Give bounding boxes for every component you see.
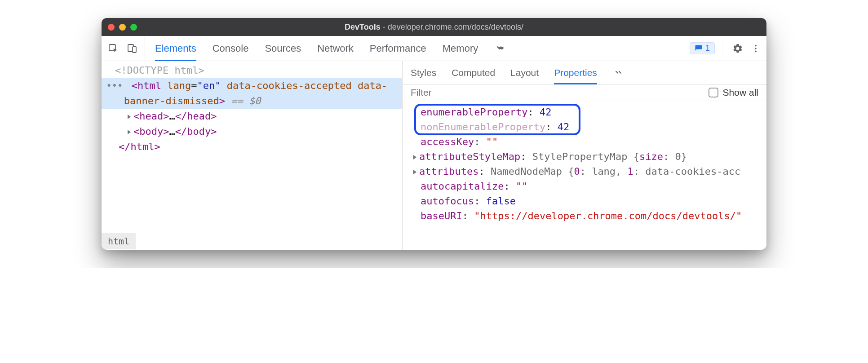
- ellipsis-icon: •••: [106, 80, 123, 91]
- window-controls: [108, 24, 137, 31]
- svg-rect-2: [133, 47, 136, 53]
- property-row[interactable]: enumerableProperty: 42: [411, 105, 766, 120]
- elements-dom-pane: <!DOCTYPE html> •••<html lang="en" data-…: [102, 61, 403, 250]
- properties-filter-row: Show all: [403, 84, 766, 101]
- dom-html-close[interactable]: </html>: [102, 139, 402, 155]
- expand-triangle-icon[interactable]: [128, 130, 131, 134]
- tab-network[interactable]: Network: [317, 36, 354, 61]
- inspect-element-icon[interactable]: [107, 42, 120, 55]
- sidepanel: Styles Computed Layout Properties Show a…: [403, 61, 766, 250]
- property-name: autocapitalize: [421, 181, 504, 192]
- dom-body-row[interactable]: <body>…</body>: [102, 124, 402, 139]
- breadcrumb-bar: html: [102, 232, 402, 250]
- svg-point-3: [755, 44, 757, 46]
- expand-triangle-icon[interactable]: [128, 115, 131, 119]
- property-name: baseURI: [421, 210, 462, 221]
- minimize-window-button[interactable]: [119, 24, 126, 31]
- devtools-window: DevTools - developer.chrome.com/docs/dev…: [102, 18, 766, 250]
- tab-console[interactable]: Console: [213, 36, 249, 61]
- dom-head-row[interactable]: <head>…</head>: [102, 109, 402, 124]
- window-title: DevTools - developer.chrome.com/docs/dev…: [345, 22, 523, 32]
- more-subtabs-icon[interactable]: [612, 66, 625, 79]
- kebab-menu-icon[interactable]: [749, 42, 762, 55]
- sidepanel-tabs: Styles Computed Layout Properties: [403, 61, 766, 84]
- dom-doctype[interactable]: <!DOCTYPE html>: [102, 63, 402, 78]
- property-row[interactable]: accessKey: "": [411, 134, 766, 149]
- divider: [723, 42, 723, 55]
- property-name: enumerableProperty: [421, 106, 527, 118]
- tab-elements[interactable]: Elements: [155, 36, 196, 61]
- property-row[interactable]: nonEnumerableProperty: 42: [411, 120, 766, 134]
- subtab-layout[interactable]: Layout: [510, 61, 539, 84]
- titlebar: DevTools - developer.chrome.com/docs/dev…: [102, 18, 766, 36]
- settings-icon[interactable]: [731, 42, 744, 55]
- property-name: accessKey: [421, 136, 474, 147]
- properties-list[interactable]: enumerableProperty: 42nonEnumerablePrope…: [403, 101, 766, 227]
- tab-memory[interactable]: Memory: [443, 36, 478, 61]
- main-toolbar: Elements Console Sources Network Perform…: [102, 36, 766, 61]
- tab-performance[interactable]: Performance: [370, 36, 426, 61]
- property-name: nonEnumerableProperty: [421, 121, 545, 133]
- expand-triangle-icon[interactable]: [413, 155, 416, 159]
- show-all-label: Show all: [723, 87, 758, 98]
- close-window-button[interactable]: [108, 24, 115, 31]
- property-row[interactable]: autocapitalize: "": [411, 179, 766, 194]
- issues-badge[interactable]: 1: [690, 42, 715, 54]
- subtab-styles[interactable]: Styles: [411, 61, 436, 84]
- breadcrumb-html[interactable]: html: [102, 233, 136, 249]
- properties-filter-input[interactable]: [411, 87, 704, 98]
- svg-point-5: [755, 50, 757, 52]
- toolbar-right-group: 1: [686, 36, 762, 61]
- toolbar-left-group: [107, 36, 145, 61]
- subtab-computed[interactable]: Computed: [452, 61, 495, 84]
- dom-html-row[interactable]: •••<html lang="en" data-cookies-accepted…: [102, 78, 402, 109]
- property-name: autofocus: [421, 195, 474, 207]
- property-row[interactable]: attributeStyleMap: StylePropertyMap {siz…: [411, 149, 766, 164]
- property-name: attributes: [419, 166, 478, 177]
- property-name: attributeStyleMap: [419, 151, 520, 162]
- more-tabs-icon[interactable]: [494, 42, 507, 55]
- show-all-checkbox[interactable]: [709, 88, 718, 97]
- content-row: <!DOCTYPE html> •••<html lang="en" data-…: [102, 61, 766, 250]
- expand-triangle-icon[interactable]: [413, 170, 416, 174]
- main-tabs: Elements Console Sources Network Perform…: [151, 36, 684, 61]
- tab-sources[interactable]: Sources: [265, 36, 301, 61]
- dom-tree[interactable]: <!DOCTYPE html> •••<html lang="en" data-…: [102, 61, 402, 232]
- svg-point-4: [755, 48, 757, 49]
- device-toolbar-icon[interactable]: [126, 42, 138, 55]
- subtab-properties[interactable]: Properties: [554, 61, 597, 84]
- property-row[interactable]: autofocus: false: [411, 194, 766, 208]
- fullscreen-window-button[interactable]: [130, 24, 137, 31]
- property-row[interactable]: baseURI: "https://developer.chrome.com/d…: [411, 208, 766, 223]
- property-row[interactable]: attributes: NamedNodeMap {0: lang, 1: da…: [411, 164, 766, 179]
